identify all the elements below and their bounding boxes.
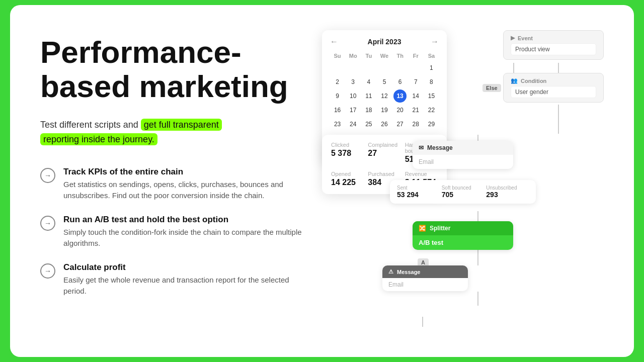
cal-day-header: We bbox=[377, 51, 391, 60]
feature-track-title: Track KPIs of the entire chain bbox=[63, 167, 302, 177]
cal-day[interactable]: 24 bbox=[347, 118, 360, 131]
feature-profit-desc: Easily get the whole revenue and transac… bbox=[63, 275, 302, 297]
cal-day[interactable]: 11 bbox=[362, 89, 375, 103]
cal-day[interactable]: 3 bbox=[347, 75, 360, 88]
arrow-icon-profit: → bbox=[40, 263, 55, 279]
cal-day[interactable]: 9 bbox=[331, 89, 344, 103]
bottom-message-label: Message bbox=[397, 269, 420, 275]
cal-day-header: Fr bbox=[409, 51, 423, 60]
cal-day bbox=[409, 61, 422, 74]
condition-node-value: User gender bbox=[511, 86, 596, 98]
bottom-message-value: Email bbox=[382, 278, 468, 291]
feature-track-text: Track KPIs of the entire chain Get stati… bbox=[63, 167, 302, 202]
event-node-header: ▶ Event bbox=[511, 35, 596, 41]
cal-day[interactable]: 14 bbox=[409, 89, 422, 103]
cal-day[interactable]: 20 bbox=[393, 104, 407, 117]
event-icon: ▶ bbox=[511, 35, 515, 41]
feature-track: → Track KPIs of the entire chain Get sta… bbox=[40, 167, 302, 202]
subtitle-start: Test different scripts and bbox=[40, 120, 138, 130]
cal-day[interactable]: 6 bbox=[393, 75, 407, 88]
cal-day[interactable]: 7 bbox=[409, 75, 422, 88]
feature-profit: → Calculate profit Easily get the whole … bbox=[40, 262, 302, 297]
cal-day[interactable]: 12 bbox=[378, 89, 391, 103]
event-node: ▶ Event Product view 👥 Condition User ge… bbox=[503, 30, 604, 106]
stat-value: 27 bbox=[368, 149, 400, 158]
event-node-card: ▶ Event Product view bbox=[503, 30, 604, 60]
cal-day[interactable]: 18 bbox=[362, 104, 375, 117]
stat-value: 5 378 bbox=[331, 149, 364, 158]
cal-day-header: Mo bbox=[346, 51, 360, 60]
main-title: Performance-based marketing bbox=[40, 35, 302, 104]
highlight-2: reporting inside the journey. bbox=[40, 133, 157, 145]
condition-icon: 👥 bbox=[511, 77, 518, 84]
message-icon: ✉ bbox=[419, 144, 424, 151]
cal-day[interactable]: 8 bbox=[425, 75, 438, 88]
feature-profit-title: Calculate profit bbox=[63, 262, 302, 273]
cal-day[interactable]: 23 bbox=[331, 118, 344, 131]
splitter-label: Splitter bbox=[430, 225, 450, 232]
kpi-stat-item: Opened14 225 bbox=[331, 171, 364, 187]
cal-day bbox=[362, 61, 375, 74]
message-label: Message bbox=[427, 144, 453, 151]
cal-day[interactable]: 5 bbox=[378, 75, 391, 88]
msg-stat-label: Sent bbox=[397, 185, 440, 191]
bottom-message-node: ⚠ Message Email bbox=[382, 265, 468, 291]
cal-day[interactable]: 19 bbox=[378, 104, 391, 117]
message-email-node: ✉ Message Email bbox=[413, 141, 513, 169]
cal-day[interactable]: 26 bbox=[378, 118, 391, 131]
else-badge: Else bbox=[482, 84, 501, 92]
cal-day[interactable]: 28 bbox=[409, 118, 422, 131]
stat-value: 14 225 bbox=[331, 178, 364, 187]
cal-day[interactable]: 2 bbox=[331, 75, 344, 88]
cal-next-button[interactable]: → bbox=[431, 37, 439, 46]
stat-label: Clicked bbox=[331, 142, 364, 148]
arrow-icon-track: → bbox=[40, 168, 55, 183]
cal-day[interactable]: 1 bbox=[425, 61, 438, 74]
feature-abtest-text: Run an A/B test and hold the best option… bbox=[63, 215, 302, 249]
msg-stat-value: 705 bbox=[442, 191, 485, 199]
feature-track-desc: Get statistics on sendings, opens, click… bbox=[63, 179, 302, 202]
feature-abtest: → Run an A/B test and hold the best opti… bbox=[40, 215, 302, 249]
message-stat-item: Soft bounced705 bbox=[442, 185, 485, 199]
msg-stat-value: 293 bbox=[486, 191, 529, 199]
stat-label: Purchased bbox=[368, 171, 400, 177]
condition-node-header: 👥 Condition bbox=[511, 77, 596, 84]
message-node-value: Email bbox=[413, 155, 513, 169]
cal-day[interactable]: 13 bbox=[393, 89, 407, 103]
kpi-stat-item: Clicked5 378 bbox=[331, 142, 364, 164]
features-list: → Track KPIs of the entire chain Get sta… bbox=[40, 167, 302, 297]
cal-day bbox=[378, 61, 391, 74]
condition-label: Condition bbox=[521, 78, 546, 84]
cal-day[interactable]: 10 bbox=[347, 89, 360, 103]
cal-day[interactable]: 15 bbox=[425, 89, 438, 103]
splitter-header: 🔀 Splitter bbox=[413, 221, 513, 235]
cal-day[interactable]: 27 bbox=[393, 118, 407, 131]
calendar-header: ← April 2023 → bbox=[330, 37, 439, 46]
cal-day[interactable]: 4 bbox=[362, 75, 375, 88]
msg-stat-label: Soft bounced bbox=[442, 185, 485, 191]
cal-day[interactable]: 21 bbox=[409, 104, 422, 117]
cal-day[interactable]: 16 bbox=[331, 104, 344, 117]
message-node-header: ✉ Message bbox=[413, 141, 513, 155]
left-column: Performance-based marketing Test differe… bbox=[40, 30, 302, 332]
condition-node-card: 👥 Condition User gender Else bbox=[503, 73, 604, 103]
cal-day bbox=[393, 61, 407, 74]
cal-day-header: Su bbox=[330, 51, 345, 60]
cal-prev-button[interactable]: ← bbox=[330, 37, 338, 46]
message-stat-item: Sent53 294 bbox=[397, 185, 440, 199]
cal-day[interactable]: 29 bbox=[425, 118, 438, 131]
cal-day-header: Th bbox=[393, 51, 408, 60]
event-node-value: Product view bbox=[511, 43, 596, 55]
cal-day[interactable]: 25 bbox=[362, 118, 375, 131]
stat-label: Complained bbox=[368, 142, 400, 148]
msg-stat-value: 53 294 bbox=[397, 191, 440, 199]
highlight-1: get full transparent bbox=[141, 119, 222, 131]
cal-day[interactable]: 17 bbox=[347, 104, 360, 117]
cal-day bbox=[347, 61, 360, 74]
stat-label: Opened bbox=[331, 171, 364, 177]
cal-day[interactable]: 22 bbox=[425, 104, 438, 117]
bottom-message-icon: ⚠ bbox=[388, 268, 393, 275]
calendar-month-year: April 2023 bbox=[368, 38, 401, 46]
arrow-icon-abtest: → bbox=[40, 216, 55, 231]
splitter-icon: 🔀 bbox=[419, 225, 426, 232]
